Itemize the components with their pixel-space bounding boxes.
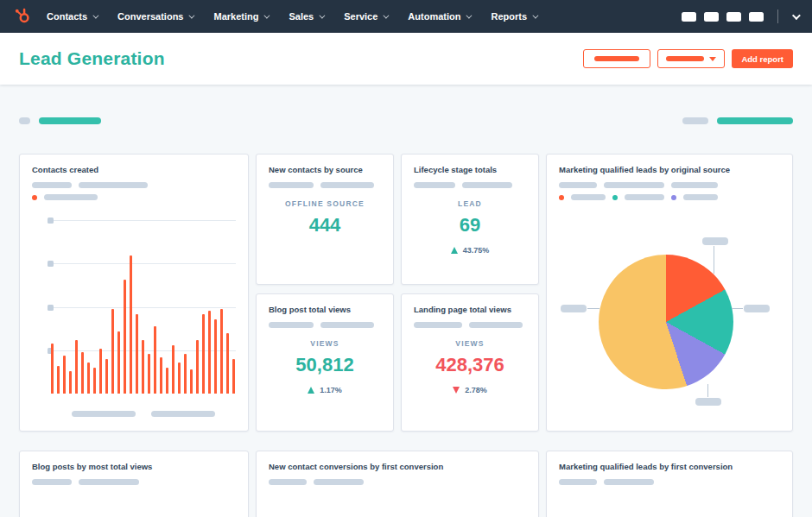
bar[interactable] xyxy=(63,356,66,394)
bar[interactable] xyxy=(99,349,102,394)
dashboard-filters-left xyxy=(19,117,101,124)
pie-callout-line xyxy=(732,308,743,309)
nav-action-icon-4[interactable] xyxy=(749,12,764,22)
bar[interactable] xyxy=(111,309,114,394)
bar[interactable] xyxy=(208,311,211,394)
card-new-contacts-by-source: New contacts by source OFFLINE SOURCE 44… xyxy=(256,154,394,285)
bar[interactable] xyxy=(87,363,90,394)
nav-item-sales[interactable]: Sales xyxy=(289,11,323,22)
bar[interactable] xyxy=(124,280,126,394)
pie-callout-label xyxy=(702,237,728,245)
bar[interactable] xyxy=(117,331,120,394)
card-new-contact-conversions: New contact conversions by first convers… xyxy=(256,451,539,517)
bar[interactable] xyxy=(178,363,181,394)
redacted-filter-label xyxy=(19,117,30,124)
bar[interactable] xyxy=(93,368,96,394)
bar[interactable] xyxy=(166,368,168,394)
header-action-button[interactable] xyxy=(583,49,650,68)
series-dot-icon xyxy=(671,195,676,200)
bar[interactable] xyxy=(105,359,108,394)
redacted-legend-label xyxy=(32,479,72,485)
bar[interactable] xyxy=(220,309,223,394)
nav-item-service[interactable]: Service xyxy=(344,11,387,22)
chevron-down-icon xyxy=(532,12,538,18)
nav-item-label: Marketing xyxy=(213,11,258,22)
metric-delta: 43.75% xyxy=(414,246,526,255)
bar[interactable] xyxy=(154,326,156,394)
legend-row xyxy=(269,182,381,188)
bar[interactable] xyxy=(196,340,199,394)
trend-down-icon xyxy=(453,387,460,394)
redacted-legend-label xyxy=(559,182,597,188)
nav-action-icon-2[interactable] xyxy=(704,12,719,22)
nav-item-automation[interactable]: Automation xyxy=(408,11,470,22)
card-blog-posts-by-most-total-views: Blog posts by most total views xyxy=(19,451,249,517)
pie-callout-label xyxy=(695,398,721,406)
redacted-legend-label xyxy=(269,322,314,328)
bar[interactable] xyxy=(81,352,84,394)
bar[interactable] xyxy=(51,344,54,394)
trend-up-icon xyxy=(308,387,314,394)
hubspot-logo[interactable] xyxy=(14,8,31,25)
metric-value: 428,376 xyxy=(414,354,526,376)
nav-item-conversations[interactable]: Conversations xyxy=(117,11,193,22)
metric-label: VIEWS xyxy=(414,339,526,348)
card-title: Blog post total views xyxy=(269,305,381,314)
redacted-legend-label xyxy=(671,182,718,188)
card-title: New contacts by source xyxy=(269,165,381,174)
dashboard-filters-right xyxy=(682,117,793,124)
bar[interactable] xyxy=(136,314,138,394)
legend-row xyxy=(559,194,780,200)
nav-item-label: Conversations xyxy=(117,11,183,22)
bar[interactable] xyxy=(202,314,205,394)
nav-item-reports[interactable]: Reports xyxy=(491,11,536,22)
bar[interactable] xyxy=(148,354,150,394)
bar[interactable] xyxy=(184,354,187,394)
redacted-legend-label xyxy=(414,322,462,328)
redacted-legend-label xyxy=(79,182,148,188)
bar[interactable] xyxy=(214,319,217,394)
metric-label: LEAD xyxy=(414,199,526,208)
bar[interactable] xyxy=(142,340,144,394)
pie-chart[interactable] xyxy=(599,255,733,389)
bar[interactable] xyxy=(226,333,229,394)
legend-row xyxy=(269,322,381,328)
bar[interactable] xyxy=(57,366,60,394)
bar[interactable] xyxy=(190,369,193,394)
dashboard-filter-chip[interactable] xyxy=(717,117,793,124)
header-dropdown-button[interactable] xyxy=(657,49,725,68)
redacted-legend-label xyxy=(604,182,664,188)
bar[interactable] xyxy=(232,359,235,394)
redacted-legend-label xyxy=(469,322,523,328)
bar[interactable] xyxy=(172,345,174,394)
metric-value: 69 xyxy=(414,214,526,236)
account-chevron-down-icon[interactable] xyxy=(792,11,801,20)
nav-item-label: Service xyxy=(344,11,377,22)
card-mql-by-original-source: Marketing qualified leads by original so… xyxy=(546,154,793,432)
redacted-button-label xyxy=(594,56,639,61)
redacted-filter-label xyxy=(682,117,708,124)
redacted-legend-label xyxy=(462,182,512,188)
series-dot-icon xyxy=(612,195,618,200)
nav-action-icon-1[interactable] xyxy=(682,12,696,22)
card-title: Lifecycle stage totals xyxy=(414,165,526,174)
bar[interactable] xyxy=(75,340,78,394)
redacted-legend-label xyxy=(79,479,139,485)
metric-value: 444 xyxy=(269,214,381,236)
bar[interactable] xyxy=(160,357,162,394)
metric-value: 50,812 xyxy=(269,354,381,376)
redacted-legend-label xyxy=(571,194,606,200)
redacted-axis-label xyxy=(72,411,136,417)
bar[interactable] xyxy=(130,255,132,394)
add-report-button[interactable]: Add report xyxy=(732,49,793,68)
nav-item-marketing[interactable]: Marketing xyxy=(213,11,268,22)
nav-action-icon-3[interactable] xyxy=(726,12,741,22)
trend-up-icon xyxy=(451,247,458,254)
pie-callout-line xyxy=(714,246,714,274)
dashboard-filter-chip[interactable] xyxy=(39,117,101,124)
x-axis-labels xyxy=(51,411,236,417)
bar[interactable] xyxy=(69,371,72,394)
nav-item-contacts[interactable]: Contacts xyxy=(47,11,97,22)
navbar-divider xyxy=(777,9,778,23)
nav-item-label: Reports xyxy=(491,11,527,22)
